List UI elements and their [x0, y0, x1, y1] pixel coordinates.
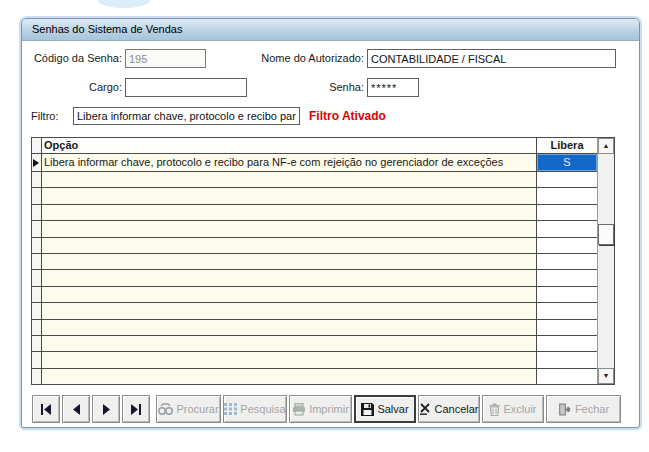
codigo-input[interactable]	[125, 49, 206, 68]
cancelar-button[interactable]: Cancelar	[418, 395, 480, 423]
empty-row[interactable]	[32, 205, 597, 221]
empty-row[interactable]	[32, 336, 597, 352]
app-window: Senhas do Sistema de Vendas Código da Se…	[21, 18, 640, 428]
scroll-down-icon[interactable]: ▼	[598, 368, 614, 384]
opcao-cell[interactable]: Libera informar chave, protocolo e recib…	[42, 154, 537, 171]
procurar-button[interactable]: Procurar	[156, 395, 221, 423]
cancel-x-icon	[419, 403, 431, 415]
empty-row[interactable]	[32, 188, 597, 204]
excluir-button[interactable]: Excluir	[482, 395, 544, 423]
grid-vertical-scrollbar[interactable]: ▲ ▼	[597, 138, 614, 384]
salvar-button[interactable]: Salvar	[354, 395, 416, 423]
options-grid: Opção Libera Libera informar chave, prot…	[31, 137, 615, 385]
prev-record-button[interactable]	[62, 395, 90, 423]
next-icon	[102, 404, 111, 415]
filtro-label: Filtro:	[31, 107, 69, 126]
bottom-toolbar: Procurar Pesquisa Imprimir Salvar Cancel…	[32, 395, 623, 423]
nome-label: Nome do Autorizado:	[242, 49, 364, 68]
empty-row[interactable]	[32, 221, 597, 237]
binoculars-icon	[158, 403, 173, 415]
empty-row[interactable]	[32, 287, 597, 303]
cancelar-label: Cancelar	[434, 403, 478, 415]
printer-icon	[292, 403, 306, 416]
next-record-button[interactable]	[92, 395, 120, 423]
first-icon	[40, 404, 52, 415]
senha-label: Senha:	[242, 78, 364, 97]
fechar-label: Fechar	[575, 403, 609, 415]
floppy-icon	[361, 403, 374, 416]
empty-row[interactable]	[32, 172, 597, 188]
filtro-status-text: Filtro Ativado	[309, 107, 386, 126]
pesquisa-button[interactable]: Pesquisa	[223, 395, 287, 423]
imprimir-button[interactable]: Imprimir	[289, 395, 352, 423]
row-indicator-cell	[32, 154, 42, 171]
window-titlebar[interactable]: Senhas do Sistema de Vendas	[22, 19, 639, 41]
nome-input[interactable]	[367, 49, 616, 68]
last-record-button[interactable]	[122, 395, 150, 423]
first-record-button[interactable]	[32, 395, 60, 423]
grid-selector-header	[32, 138, 42, 153]
procurar-label: Procurar	[176, 403, 218, 415]
fechar-button[interactable]: Fechar	[546, 395, 621, 423]
cargo-label: Cargo:	[30, 78, 122, 97]
scroll-up-icon[interactable]: ▲	[598, 138, 614, 154]
codigo-label: Código da Senha:	[30, 49, 122, 68]
cargo-input[interactable]	[125, 78, 247, 97]
empty-row[interactable]	[32, 320, 597, 336]
empty-row[interactable]	[32, 369, 597, 384]
salvar-label: Salvar	[377, 403, 408, 415]
empty-row[interactable]	[32, 254, 597, 270]
pesquisa-label: Pesquisa	[240, 403, 285, 415]
scrollbar-thumb[interactable]	[598, 224, 614, 245]
empty-row[interactable]	[32, 238, 597, 254]
table-row[interactable]: Libera informar chave, protocolo e recib…	[32, 154, 597, 172]
trash-icon	[489, 403, 500, 416]
empty-row[interactable]	[32, 303, 597, 319]
grid-header-row: Opção Libera	[32, 138, 597, 154]
background-artifact	[98, 0, 150, 8]
libera-cell-selected[interactable]: S	[537, 154, 597, 171]
excluir-label: Excluir	[503, 403, 536, 415]
exit-icon	[558, 403, 572, 416]
grid-header-opcao[interactable]: Opção	[42, 138, 537, 153]
form-client-area: Código da Senha: Nome do Autorizado: Car…	[22, 41, 639, 426]
grid-header-libera[interactable]: Libera	[537, 138, 597, 153]
last-icon	[130, 404, 142, 415]
senha-input[interactable]	[367, 78, 419, 97]
imprimir-label: Imprimir	[309, 403, 349, 415]
window-title: Senhas do Sistema de Vendas	[32, 23, 182, 35]
grid-icon	[224, 403, 237, 415]
empty-row[interactable]	[32, 352, 597, 368]
empty-row[interactable]	[32, 270, 597, 286]
filtro-input[interactable]	[73, 107, 300, 125]
prev-icon	[72, 404, 81, 415]
current-row-pointer-icon	[33, 159, 39, 167]
